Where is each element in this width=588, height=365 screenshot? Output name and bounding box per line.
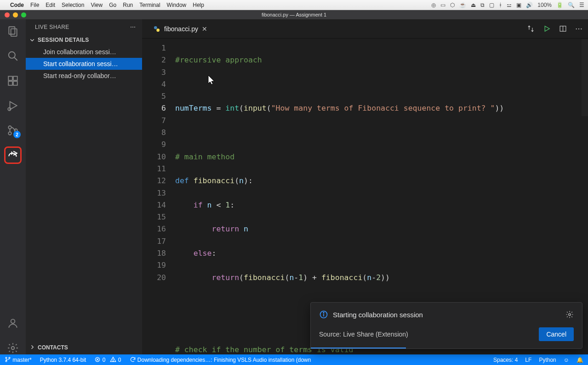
- feedback-icon[interactable]: ☺: [564, 357, 569, 363]
- mouse-cursor-icon: [206, 74, 216, 85]
- svg-point-22: [323, 312, 324, 313]
- contacts-header[interactable]: CONTACTS: [26, 341, 142, 354]
- menu-item[interactable]: Window: [167, 2, 187, 8]
- eol-indicator[interactable]: LF: [525, 357, 531, 363]
- toast-title: Starting collaboration session: [333, 311, 423, 319]
- svg-point-16: [156, 28, 160, 32]
- svg-point-2: [9, 52, 15, 58]
- section-title: SESSION DETAILS: [38, 37, 89, 43]
- minimize-window-button[interactable]: [13, 12, 18, 17]
- extensions-icon[interactable]: [6, 74, 19, 87]
- svg-rect-4: [8, 76, 12, 80]
- chevron-down-icon: [29, 37, 35, 43]
- tab-close-icon[interactable]: ✕: [202, 25, 207, 33]
- svg-point-24: [6, 357, 7, 359]
- svg-rect-0: [9, 27, 15, 34]
- menu-item[interactable]: Edit: [46, 2, 55, 8]
- status-icon: ⧉: [480, 2, 485, 8]
- sidebar-item-start-session[interactable]: Start collaboration sessi…: [26, 58, 142, 70]
- line-gutter: 1234567891011121314151617181920: [142, 42, 175, 354]
- svg-point-25: [6, 360, 7, 362]
- menu-item[interactable]: Selection: [62, 2, 84, 8]
- svg-point-11: [8, 132, 11, 135]
- editor-more-icon[interactable]: ⋯: [575, 24, 582, 33]
- svg-point-26: [9, 357, 10, 359]
- settings-gear-icon[interactable]: [6, 342, 19, 354]
- sidebar-more-icon[interactable]: ⋯: [130, 24, 136, 30]
- contacts-label: CONTACTS: [38, 344, 68, 351]
- notification-toast: Starting collaboration session Source: L…: [310, 302, 582, 349]
- status-icon: ⬡: [450, 2, 455, 8]
- notifications-icon[interactable]: 🔔: [577, 357, 583, 363]
- svg-line-3: [14, 57, 17, 61]
- svg-point-31: [113, 360, 114, 361]
- source-control-icon[interactable]: 2: [6, 124, 19, 137]
- svg-point-13: [11, 319, 15, 323]
- status-bar: master* Python 3.7.4 64-bit 0 0 Download…: [0, 354, 588, 365]
- svg-rect-7: [13, 81, 17, 85]
- tab-fibonacci[interactable]: fibonacci.py ✕: [148, 19, 213, 38]
- close-window-button[interactable]: [5, 12, 10, 17]
- zoom-window-button[interactable]: [21, 12, 26, 17]
- python-env[interactable]: Python 3.7.4 64-bit: [40, 357, 86, 363]
- info-icon: [319, 310, 328, 319]
- cancel-button[interactable]: Cancel: [539, 327, 574, 341]
- traffic-lights: [0, 12, 26, 17]
- toast-settings-icon[interactable]: [565, 310, 574, 319]
- svg-rect-5: [13, 76, 17, 80]
- menu-item[interactable]: View: [91, 2, 103, 8]
- bluetooth-icon: ᚼ: [499, 2, 502, 8]
- macos-menubar: Code File Edit Selection View Go Run Ter…: [0, 0, 588, 10]
- battery-icon: 🔋: [556, 2, 563, 8]
- sidebar-item-start-readonly[interactable]: Start read-only collabor…: [26, 70, 142, 82]
- menu-item[interactable]: Run: [123, 2, 133, 8]
- sync-icon: [130, 356, 136, 363]
- error-icon: [94, 356, 101, 363]
- run-debug-icon[interactable]: [6, 99, 19, 112]
- scm-badge: 2: [13, 131, 21, 138]
- tab-bar: fibonacci.py ✕ ⋯: [142, 19, 588, 39]
- svg-point-23: [569, 314, 571, 316]
- menu-item[interactable]: Help: [193, 2, 204, 8]
- tab-filename: fibonacci.py: [164, 25, 198, 33]
- spotlight-icon[interactable]: 🔍: [568, 2, 575, 8]
- menu-item[interactable]: File: [30, 2, 39, 8]
- sidebar-item-join-session[interactable]: Join collaboration sessi…: [26, 46, 142, 58]
- status-icon: ▢: [489, 2, 494, 8]
- compare-changes-icon[interactable]: [527, 25, 535, 33]
- search-icon[interactable]: [6, 50, 19, 62]
- menu-right: ◎ ▭ ⬡ ☕ ⏏ ⧉ ▢ ᚼ ⚍ ▣ 🔊 100% 🔋 🔍 ☰: [431, 2, 584, 8]
- sidebar: LIVE SHARE ⋯ SESSION DETAILS Join collab…: [26, 19, 142, 354]
- explorer-icon[interactable]: [6, 25, 19, 38]
- menu-item[interactable]: Terminal: [139, 2, 160, 8]
- svg-rect-1: [11, 29, 17, 36]
- chevron-right-icon: [29, 344, 35, 350]
- session-details-header[interactable]: SESSION DETAILS: [26, 34, 142, 46]
- spaces-indicator[interactable]: Spaces: 4: [493, 357, 518, 363]
- menu-item[interactable]: Go: [109, 2, 116, 8]
- svg-point-14: [11, 347, 15, 350]
- warning-icon: [110, 356, 116, 363]
- branch-indicator[interactable]: master*: [5, 356, 32, 363]
- run-file-icon[interactable]: [543, 25, 551, 33]
- window-titlebar: fibonacci.py — Assignment 1: [0, 10, 588, 19]
- control-center-icon[interactable]: ☰: [579, 2, 584, 8]
- window-title: fibonacci.py — Assignment 1: [262, 12, 326, 17]
- background-task[interactable]: Downloading dependencies…: Finishing VSL…: [130, 356, 311, 363]
- volume-icon: 🔊: [526, 2, 533, 8]
- svg-point-15: [154, 26, 157, 29]
- split-editor-icon[interactable]: [559, 25, 567, 33]
- menu-left: Code File Edit Selection View Go Run Ter…: [4, 2, 204, 8]
- account-icon[interactable]: [6, 317, 19, 330]
- menu-item[interactable]: Code: [10, 2, 24, 8]
- activity-bar: 2: [0, 19, 26, 354]
- python-file-icon: [153, 25, 160, 33]
- problems-indicator[interactable]: 0 0: [94, 356, 121, 363]
- minimap[interactable]: [582, 39, 588, 168]
- language-mode[interactable]: Python: [539, 357, 556, 363]
- status-icon: ◎: [431, 2, 436, 8]
- live-share-icon[interactable]: [6, 149, 19, 162]
- toast-progress-bar: [311, 348, 406, 348]
- git-branch-icon: [5, 356, 11, 363]
- toast-source: Source: Live Share (Extension): [319, 331, 408, 338]
